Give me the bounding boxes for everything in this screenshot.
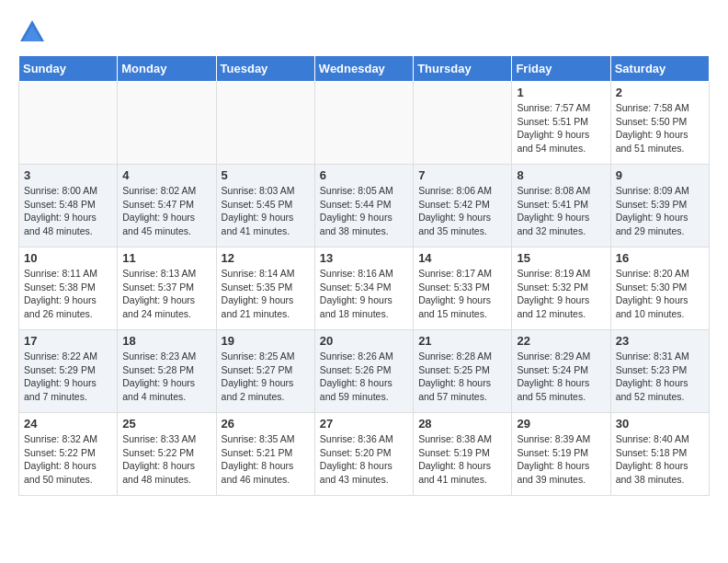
calendar-cell	[414, 82, 512, 165]
calendar-cell: 5Sunrise: 8:03 AM Sunset: 5:45 PM Daylig…	[216, 165, 314, 247]
day-number: 23	[616, 334, 704, 348]
week-row-1: 1Sunrise: 7:57 AM Sunset: 5:51 PM Daylig…	[19, 82, 710, 165]
calendar-cell: 20Sunrise: 8:26 AM Sunset: 5:26 PM Dayli…	[314, 330, 413, 413]
day-number: 1	[517, 86, 605, 99]
day-number: 9	[616, 168, 704, 182]
calendar-cell: 8Sunrise: 8:08 AM Sunset: 5:41 PM Daylig…	[512, 165, 610, 247]
day-info: Sunrise: 8:09 AM Sunset: 5:39 PM Dayligh…	[616, 184, 704, 238]
calendar-cell	[216, 82, 314, 165]
day-info: Sunrise: 8:03 AM Sunset: 5:45 PM Dayligh…	[222, 184, 310, 238]
calendar-cell: 19Sunrise: 8:25 AM Sunset: 5:27 PM Dayli…	[216, 330, 314, 413]
calendar-cell	[19, 82, 118, 165]
day-info: Sunrise: 8:36 AM Sunset: 5:20 PM Dayligh…	[320, 432, 408, 487]
column-header-thursday: Thursday	[414, 56, 512, 82]
day-info: Sunrise: 8:35 AM Sunset: 5:21 PM Dayligh…	[222, 432, 310, 487]
day-info: Sunrise: 8:23 AM Sunset: 5:28 PM Dayligh…	[122, 350, 210, 404]
day-number: 27	[320, 417, 408, 431]
calendar-cell: 24Sunrise: 8:32 AM Sunset: 5:22 PM Dayli…	[19, 413, 118, 496]
day-number: 25	[122, 417, 210, 431]
header-row: SundayMondayTuesdayWednesdayThursdayFrid…	[19, 56, 710, 82]
day-number: 30	[616, 417, 704, 431]
day-number: 20	[320, 334, 408, 348]
calendar-cell: 21Sunrise: 8:28 AM Sunset: 5:25 PM Dayli…	[414, 330, 512, 413]
calendar-cell: 29Sunrise: 8:39 AM Sunset: 5:19 PM Dayli…	[512, 413, 610, 496]
column-header-saturday: Saturday	[610, 56, 709, 82]
day-number: 2	[616, 86, 704, 99]
day-info: Sunrise: 8:32 AM Sunset: 5:22 PM Dayligh…	[24, 432, 112, 487]
calendar: SundayMondayTuesdayWednesdayThursdayFrid…	[18, 55, 710, 496]
day-info: Sunrise: 8:38 AM Sunset: 5:19 PM Dayligh…	[418, 432, 506, 487]
day-number: 15	[517, 251, 605, 265]
day-info: Sunrise: 8:13 AM Sunset: 5:37 PM Dayligh…	[122, 267, 210, 321]
day-number: 22	[517, 334, 605, 348]
calendar-cell: 9Sunrise: 8:09 AM Sunset: 5:39 PM Daylig…	[610, 165, 709, 247]
day-number: 12	[222, 251, 310, 265]
week-row-4: 17Sunrise: 8:22 AM Sunset: 5:29 PM Dayli…	[19, 330, 710, 413]
calendar-cell: 10Sunrise: 8:11 AM Sunset: 5:38 PM Dayli…	[19, 247, 118, 330]
day-number: 13	[320, 251, 408, 265]
day-number: 7	[418, 168, 506, 182]
day-number: 19	[222, 334, 310, 348]
calendar-cell	[118, 82, 216, 165]
day-number: 4	[122, 168, 210, 182]
day-number: 21	[418, 334, 506, 348]
day-info: Sunrise: 8:00 AM Sunset: 5:48 PM Dayligh…	[24, 184, 112, 238]
day-info: Sunrise: 8:25 AM Sunset: 5:27 PM Dayligh…	[222, 350, 310, 404]
week-row-3: 10Sunrise: 8:11 AM Sunset: 5:38 PM Dayli…	[19, 247, 710, 330]
calendar-cell: 30Sunrise: 8:40 AM Sunset: 5:18 PM Dayli…	[610, 413, 709, 496]
calendar-cell: 3Sunrise: 8:00 AM Sunset: 5:48 PM Daylig…	[19, 165, 118, 247]
day-number: 8	[517, 168, 605, 182]
day-number: 18	[122, 334, 210, 348]
day-info: Sunrise: 8:20 AM Sunset: 5:30 PM Dayligh…	[616, 267, 704, 321]
calendar-cell: 16Sunrise: 8:20 AM Sunset: 5:30 PM Dayli…	[610, 247, 709, 330]
day-info: Sunrise: 8:17 AM Sunset: 5:33 PM Dayligh…	[418, 267, 506, 321]
column-header-sunday: Sunday	[19, 56, 118, 82]
day-info: Sunrise: 8:40 AM Sunset: 5:18 PM Dayligh…	[616, 432, 704, 487]
calendar-cell: 26Sunrise: 8:35 AM Sunset: 5:21 PM Dayli…	[216, 413, 314, 496]
calendar-cell: 13Sunrise: 8:16 AM Sunset: 5:34 PM Dayli…	[314, 247, 413, 330]
day-number: 24	[24, 417, 112, 431]
week-row-5: 24Sunrise: 8:32 AM Sunset: 5:22 PM Dayli…	[19, 413, 710, 496]
calendar-cell: 7Sunrise: 8:06 AM Sunset: 5:42 PM Daylig…	[414, 165, 512, 247]
day-number: 3	[24, 168, 112, 182]
calendar-cell: 18Sunrise: 8:23 AM Sunset: 5:28 PM Dayli…	[118, 330, 216, 413]
day-info: Sunrise: 8:11 AM Sunset: 5:38 PM Dayligh…	[24, 267, 112, 321]
day-info: Sunrise: 8:22 AM Sunset: 5:29 PM Dayligh…	[24, 350, 112, 404]
day-info: Sunrise: 8:26 AM Sunset: 5:26 PM Dayligh…	[320, 350, 408, 404]
day-info: Sunrise: 8:14 AM Sunset: 5:35 PM Dayligh…	[222, 267, 310, 321]
calendar-cell: 15Sunrise: 8:19 AM Sunset: 5:32 PM Dayli…	[512, 247, 610, 330]
day-info: Sunrise: 8:05 AM Sunset: 5:44 PM Dayligh…	[320, 184, 408, 238]
week-row-2: 3Sunrise: 8:00 AM Sunset: 5:48 PM Daylig…	[19, 165, 710, 247]
day-info: Sunrise: 8:33 AM Sunset: 5:22 PM Dayligh…	[122, 432, 210, 487]
logo-icon	[18, 18, 46, 46]
day-number: 5	[222, 168, 310, 182]
day-number: 14	[418, 251, 506, 265]
day-number: 16	[616, 251, 704, 265]
calendar-cell: 11Sunrise: 8:13 AM Sunset: 5:37 PM Dayli…	[118, 247, 216, 330]
calendar-cell: 28Sunrise: 8:38 AM Sunset: 5:19 PM Dayli…	[414, 413, 512, 496]
calendar-header: SundayMondayTuesdayWednesdayThursdayFrid…	[19, 56, 710, 82]
column-header-tuesday: Tuesday	[216, 56, 314, 82]
day-info: Sunrise: 8:06 AM Sunset: 5:42 PM Dayligh…	[418, 184, 506, 238]
day-number: 11	[122, 251, 210, 265]
calendar-cell: 27Sunrise: 8:36 AM Sunset: 5:20 PM Dayli…	[314, 413, 413, 496]
day-number: 26	[222, 417, 310, 431]
calendar-cell: 2Sunrise: 7:58 AM Sunset: 5:50 PM Daylig…	[610, 82, 709, 165]
day-number: 29	[517, 417, 605, 431]
day-info: Sunrise: 8:02 AM Sunset: 5:47 PM Dayligh…	[122, 184, 210, 238]
calendar-cell: 25Sunrise: 8:33 AM Sunset: 5:22 PM Dayli…	[118, 413, 216, 496]
day-info: Sunrise: 8:08 AM Sunset: 5:41 PM Dayligh…	[517, 184, 605, 238]
day-number: 6	[320, 168, 408, 182]
calendar-cell: 1Sunrise: 7:57 AM Sunset: 5:51 PM Daylig…	[512, 82, 610, 165]
day-number: 17	[24, 334, 112, 348]
logo	[18, 18, 50, 46]
calendar-cell: 14Sunrise: 8:17 AM Sunset: 5:33 PM Dayli…	[414, 247, 512, 330]
calendar-cell: 4Sunrise: 8:02 AM Sunset: 5:47 PM Daylig…	[118, 165, 216, 247]
calendar-cell: 6Sunrise: 8:05 AM Sunset: 5:44 PM Daylig…	[314, 165, 413, 247]
day-info: Sunrise: 7:57 AM Sunset: 5:51 PM Dayligh…	[517, 101, 605, 155]
calendar-cell	[314, 82, 413, 165]
day-info: Sunrise: 8:31 AM Sunset: 5:23 PM Dayligh…	[616, 350, 704, 404]
calendar-cell: 17Sunrise: 8:22 AM Sunset: 5:29 PM Dayli…	[19, 330, 118, 413]
column-header-friday: Friday	[512, 56, 610, 82]
column-header-monday: Monday	[118, 56, 216, 82]
